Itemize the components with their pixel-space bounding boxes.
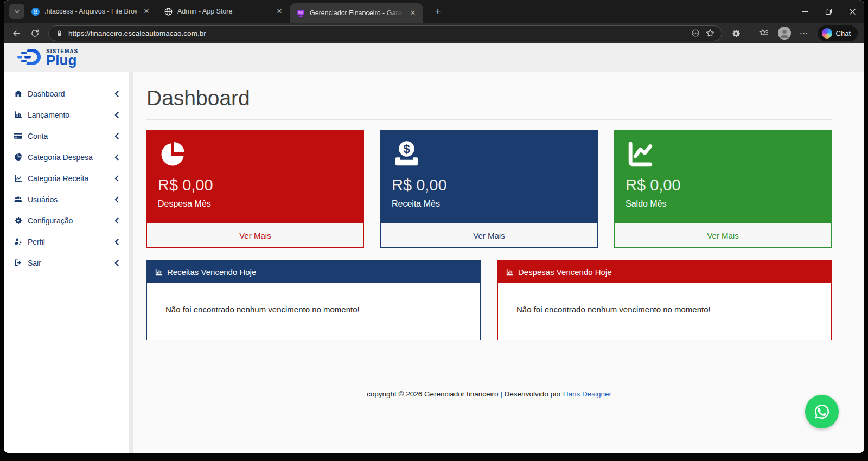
collections-button[interactable] <box>759 28 769 39</box>
main-content: Dashboard R$ 0,00 Despesa Mês Ver Mais <box>133 72 864 453</box>
tab-search-button[interactable] <box>9 4 24 19</box>
page-actions-icon[interactable] <box>691 28 700 38</box>
chevron-down-icon <box>14 8 21 15</box>
site-header: SISTEMAS Plug <box>4 43 864 72</box>
bar-chart-icon <box>506 268 514 276</box>
copilot-chat-button[interactable]: Chat <box>818 25 858 41</box>
pie-chart-icon <box>14 152 23 162</box>
address-bar[interactable]: https://financeiro.escaleautomacao.com.b… <box>48 25 722 41</box>
close-window-button[interactable] <box>840 0 864 23</box>
sidebar: Dashboard Lançamento Conta Categoria Des… <box>4 72 129 453</box>
restore-icon <box>825 8 832 15</box>
web-page: SISTEMAS Plug Dashboard Lançamento <box>4 43 864 453</box>
sidebar-item-label: Categoria Despesa <box>28 153 109 162</box>
tab-close-icon[interactable]: ✕ <box>142 7 151 16</box>
sidebar-item-dashboard[interactable]: Dashboard <box>4 83 129 104</box>
toolbar-separator <box>750 28 750 38</box>
globe-favicon-icon <box>164 7 173 16</box>
avatar-person-icon <box>778 27 791 40</box>
sidebar-item-label: Dashboard <box>28 89 109 98</box>
credit-card-icon <box>14 131 23 140</box>
restore-button[interactable] <box>816 0 840 23</box>
chevron-left-icon <box>114 238 120 246</box>
browser-toolbar: https://financeiro.escaleautomacao.com.b… <box>4 23 864 43</box>
money-deposit-icon: $ <box>392 139 422 169</box>
card-value: R$ 0,00 <box>158 176 353 194</box>
minimize-button[interactable] <box>793 0 816 23</box>
card-receita-mes: $ R$ 0,00 Receita Mês Ver Mais <box>380 130 598 248</box>
extensions-button[interactable] <box>731 28 741 39</box>
chevron-left-icon <box>114 132 120 140</box>
panel-message: Não foi encontrado nenhum vencimento no … <box>147 283 480 340</box>
profile-avatar[interactable] <box>778 27 791 40</box>
close-icon <box>849 8 856 15</box>
pie-chart-icon <box>158 139 188 169</box>
chevron-left-icon <box>114 196 120 203</box>
settings-menu-button[interactable]: ⋯ <box>800 28 809 39</box>
favorite-star-icon[interactable] <box>705 28 715 38</box>
url-text[interactable]: https://financeiro.escaleautomacao.com.b… <box>68 29 686 37</box>
tab-close-icon[interactable]: ✕ <box>408 8 418 18</box>
chevron-left-icon <box>114 175 120 182</box>
browser-window: .htaccess - Arquivos - File Browser ✕ Ad… <box>4 0 864 453</box>
whatsapp-icon <box>812 402 832 421</box>
chevron-left-icon <box>114 90 120 98</box>
file-browser-favicon-icon <box>31 7 40 16</box>
tab-title: .htaccess - Arquivos - File Browser <box>44 8 137 15</box>
new-tab-button[interactable]: + <box>431 5 445 17</box>
page-footer: copyright © 2026 Gerenciador financeiro … <box>146 390 832 398</box>
sign-out-icon <box>14 258 23 267</box>
card-saldo-mes: R$ 0,00 Saldo Mês Ver Mais <box>614 130 832 248</box>
user-edit-icon <box>14 237 23 246</box>
sidebar-item-lancamento[interactable]: Lançamento <box>4 104 129 125</box>
whatsapp-button[interactable] <box>805 395 839 428</box>
due-panels: Receitas Vencendo Hoje Não foi encontrad… <box>146 260 832 340</box>
ver-mais-link[interactable]: Ver Mais <box>707 231 738 240</box>
tab-strip: .htaccess - Arquivos - File Browser ✕ Ad… <box>4 0 864 23</box>
sidebar-item-categoria-receita[interactable]: Categoria Receita <box>4 168 129 189</box>
minimize-icon <box>801 8 808 15</box>
sidebar-item-categoria-despesa[interactable]: Categoria Despesa <box>4 146 129 168</box>
refresh-icon <box>30 29 40 38</box>
panel-despesas-vencendo: Despesas Vencendo Hoje Não foi encontrad… <box>497 260 832 340</box>
card-footer: Ver Mais <box>147 223 363 247</box>
ver-mais-link[interactable]: Ver Mais <box>473 231 505 240</box>
sidebar-item-usuarios[interactable]: Usuários <box>4 189 129 210</box>
monitor-favicon-icon <box>296 9 305 18</box>
sidebar-scrollbar[interactable] <box>129 72 133 453</box>
logo-text: SISTEMAS Plug <box>46 48 78 67</box>
gear-icon <box>14 216 23 225</box>
card-footer: Ver Mais <box>381 223 597 247</box>
panel-title: Despesas Vencendo Hoje <box>518 267 612 277</box>
sidebar-item-perfil[interactable]: Perfil <box>4 231 129 252</box>
panel-message: Não foi encontrado nenhum vencimento no … <box>498 283 831 340</box>
users-icon <box>14 195 23 204</box>
sistemas-plug-logo[interactable]: SISTEMAS Plug <box>17 47 78 68</box>
back-button[interactable] <box>11 28 22 39</box>
sidebar-item-configuracao[interactable]: Configuração <box>4 210 129 231</box>
tab-file-browser[interactable]: .htaccess - Arquivos - File Browser ✕ <box>24 0 157 23</box>
card-despesa-mes: R$ 0,00 Despesa Mês Ver Mais <box>146 130 364 248</box>
line-chart-icon <box>14 174 23 183</box>
svg-text:$: $ <box>403 142 410 156</box>
sidebar-item-sair[interactable]: Sair <box>4 252 129 273</box>
chevron-left-icon <box>114 259 120 267</box>
panel-receitas-vencendo: Receitas Vencendo Hoje Não foi encontrad… <box>146 260 481 340</box>
tab-close-icon[interactable]: ✕ <box>275 7 284 16</box>
home-icon <box>14 89 23 98</box>
panel-title: Receitas Vencendo Hoje <box>167 267 256 277</box>
lock-icon <box>55 29 63 37</box>
sidebar-item-label: Conta <box>28 132 109 140</box>
card-label: Despesa Mês <box>158 199 353 209</box>
favorites-list-icon <box>759 28 769 39</box>
logo-plug: Plug <box>46 54 78 67</box>
tab-app-store[interactable]: Admin - App Store ✕ <box>157 0 290 23</box>
sidebar-item-conta[interactable]: Conta <box>4 125 129 146</box>
refresh-button[interactable] <box>30 29 40 38</box>
summary-cards: R$ 0,00 Despesa Mês Ver Mais $ <box>146 130 832 248</box>
tab-title: Admin - App Store <box>177 8 270 15</box>
tab-gerenciador-financeiro[interactable]: Gerenciador Financeiro - Garanta u ✕ <box>290 3 423 23</box>
hans-designer-link[interactable]: Hans Designer <box>563 390 611 398</box>
ver-mais-link[interactable]: Ver Mais <box>239 231 271 240</box>
sidebar-item-label: Configuração <box>28 216 109 225</box>
